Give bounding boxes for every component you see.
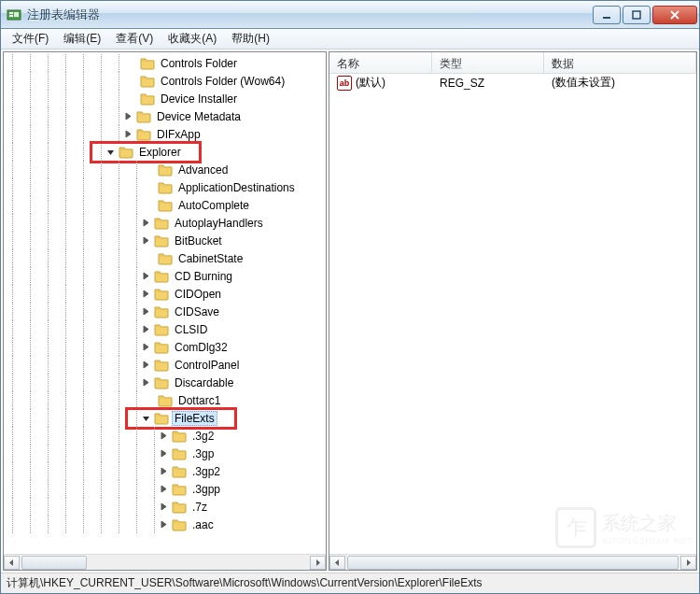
tree-node[interactable]: Explorer: [4, 143, 326, 161]
tree-guide: [4, 374, 21, 391]
scroll-left-button[interactable]: [4, 556, 20, 570]
tree-node-label: .3gpp: [189, 482, 223, 497]
status-path: 计算机\HKEY_CURRENT_USER\Software\Microsoft…: [7, 575, 482, 591]
menu-edit[interactable]: 编辑(E): [56, 29, 108, 49]
value-row[interactable]: ab (默认) REG_SZ (数值未设置): [329, 74, 696, 92]
tree-node[interactable]: Device Installer: [4, 90, 326, 107]
tree-guide: [39, 409, 57, 427]
scroll-left-button[interactable]: [329, 556, 345, 570]
tree-node[interactable]: Advanced: [4, 161, 326, 178]
tree-node[interactable]: Discardable: [4, 374, 326, 391]
tree-guide: [92, 356, 110, 374]
tree-guide: [92, 427, 110, 445]
menu-view[interactable]: 查看(V): [108, 29, 161, 49]
folder-icon: [154, 304, 169, 319]
tree-guide: [4, 90, 21, 107]
tree-node[interactable]: DIFxApp: [4, 125, 326, 143]
tree-guide: [110, 445, 128, 462]
tree-guide: [21, 303, 39, 320]
col-data[interactable]: 数据: [544, 52, 696, 73]
tree-guide: [57, 107, 75, 125]
col-name[interactable]: 名称: [329, 52, 432, 73]
scroll-right-button[interactable]: [310, 556, 326, 570]
tree-node[interactable]: CIDSave: [4, 303, 326, 320]
tree-node[interactable]: Dottarc1: [4, 391, 326, 409]
tree-node[interactable]: .3gp2: [4, 462, 326, 480]
minimize-button[interactable]: [593, 6, 621, 24]
menu-file[interactable]: 文件(F): [5, 29, 56, 49]
scroll-right-button[interactable]: [680, 556, 696, 570]
tree-guide: [21, 178, 39, 196]
tree-node[interactable]: AutoComplete: [4, 196, 326, 214]
tree-guide: [4, 338, 21, 356]
tree-guide: [57, 320, 75, 338]
tree-node[interactable]: Device Metadata: [4, 107, 326, 125]
tree-node[interactable]: .aac: [4, 516, 326, 533]
scroll-thumb[interactable]: [21, 556, 87, 570]
tree-guide: [21, 338, 39, 356]
tree-guide: [57, 498, 75, 516]
tree-node[interactable]: BitBucket: [4, 232, 326, 249]
tree-node[interactable]: FileExts: [4, 409, 326, 427]
tree-guide: [110, 338, 128, 356]
tree-node-label: Controls Folder (Wow64): [158, 74, 287, 89]
close-button[interactable]: [652, 6, 697, 24]
tree-node[interactable]: .3gp: [4, 445, 326, 462]
tree-guide: [92, 161, 110, 178]
tree-guide: [21, 320, 39, 338]
tree-scroll[interactable]: Controls FolderControls Folder (Wow64)De…: [4, 52, 326, 554]
value-name: (默认): [356, 75, 385, 91]
tree-guide: [128, 480, 146, 498]
tree-guide: [4, 232, 21, 249]
svg-rect-5: [633, 11, 640, 19]
tree-guide: [128, 427, 146, 445]
tree-node[interactable]: ComDlg32: [4, 338, 326, 356]
tree-guide: [110, 303, 128, 320]
tree-guide: [39, 320, 57, 338]
tree-node[interactable]: Controls Folder: [4, 54, 326, 72]
tree-guide: [39, 462, 57, 480]
values-hscrollbar[interactable]: [329, 554, 696, 570]
tree-guide: [4, 516, 21, 533]
tree-guide: [128, 338, 146, 356]
tree-guide: [128, 356, 146, 374]
tree-node-label: Device Metadata: [154, 109, 244, 124]
tree-node[interactable]: ControlPanel: [4, 356, 326, 374]
tree-node[interactable]: .7z: [4, 498, 326, 516]
values-body[interactable]: ab (默认) REG_SZ (数值未设置): [329, 74, 696, 554]
tree-guide: [75, 409, 92, 427]
svg-rect-2: [9, 15, 13, 17]
tree-guide: [21, 462, 39, 480]
menu-help[interactable]: 帮助(H): [224, 29, 277, 49]
tree-node[interactable]: .3g2: [4, 427, 326, 445]
scroll-track[interactable]: [20, 556, 310, 570]
titlebar[interactable]: 注册表编辑器: [1, 1, 699, 29]
menu-favorites[interactable]: 收藏夹(A): [161, 29, 224, 49]
tree-node[interactable]: CD Burning: [4, 267, 326, 285]
tree-node[interactable]: CIDOpen: [4, 285, 326, 303]
tree-guide: [75, 356, 92, 374]
tree-node[interactable]: AutoplayHandlers: [4, 214, 326, 232]
scroll-track[interactable]: [345, 556, 680, 570]
tree-guide: [92, 409, 110, 427]
scroll-thumb[interactable]: [347, 556, 679, 570]
tree-guide: [92, 214, 110, 232]
tree-node[interactable]: Controls Folder (Wow64): [4, 72, 326, 90]
tree-guide: [75, 214, 92, 232]
tree-guide: [4, 320, 21, 338]
tree-guide: [21, 90, 39, 107]
registry-editor-window: 注册表编辑器 文件(F) 编辑(E) 查看(V) 收藏夹(A) 帮助(H) Co…: [0, 0, 700, 594]
maximize-button[interactable]: [623, 6, 651, 24]
tree-guide: [128, 178, 146, 196]
tree-node[interactable]: CLSID: [4, 320, 326, 338]
tree-node[interactable]: .3gpp: [4, 480, 326, 498]
tree-guide: [110, 214, 128, 232]
folder-icon: [154, 411, 169, 426]
col-type[interactable]: 类型: [432, 52, 544, 73]
tree-hscrollbar[interactable]: [4, 554, 326, 570]
tree-guide: [39, 54, 57, 72]
app-icon: [7, 7, 21, 22]
tree-node[interactable]: ApplicationDestinations: [4, 178, 326, 196]
tree-guide: [21, 285, 39, 303]
tree-node[interactable]: CabinetState: [4, 249, 326, 267]
